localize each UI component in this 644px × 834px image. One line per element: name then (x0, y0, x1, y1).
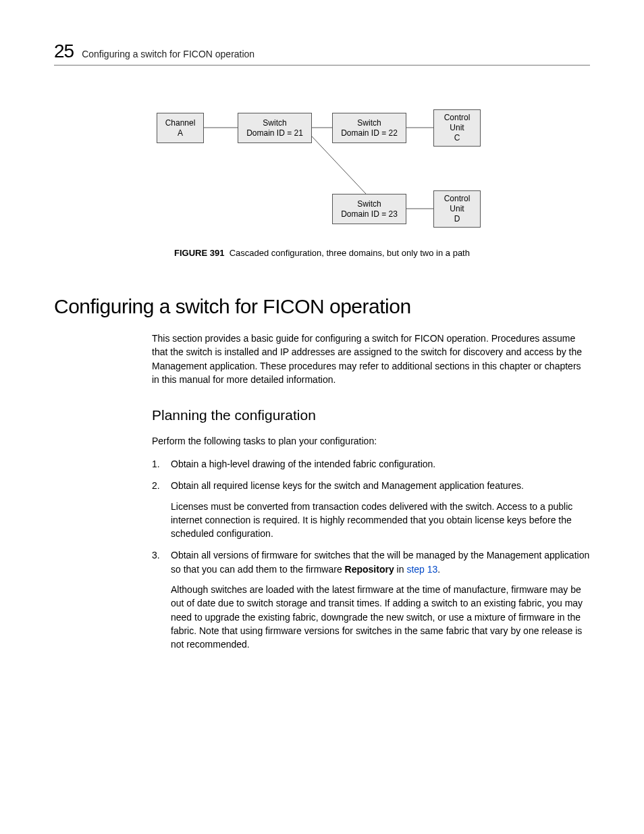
svg-line-3 (312, 136, 366, 194)
node-switch-22: Switch Domain ID = 22 (332, 113, 406, 143)
step-13-link[interactable]: step 13 (406, 564, 437, 575)
node-channel-a: Channel A (157, 113, 204, 143)
figure-caption: FIGURE 391 Cascaded configuration, three… (54, 248, 590, 258)
section-intro: This section provides a basic guide for … (152, 332, 590, 386)
step-2-detail: Licenses must be converted from transact… (171, 500, 590, 541)
node-switch-21: Switch Domain ID = 21 (238, 113, 312, 143)
step-2: Obtain all required license keys for the… (152, 479, 590, 540)
node-control-unit-d: Control Unit D (433, 190, 481, 228)
node-switch-23: Switch Domain ID = 23 (332, 194, 406, 224)
diagram: Channel A Switch Domain ID = 21 Switch D… (157, 106, 487, 241)
chapter-number: 25 (54, 41, 74, 62)
figure-label: FIGURE 391 (174, 248, 224, 258)
steps-list: Obtain a high-level drawing of the inten… (152, 457, 590, 652)
step-1: Obtain a high-level drawing of the inten… (152, 457, 590, 471)
figure-caption-text: Cascaded configuration, three domains, b… (230, 248, 470, 258)
section-heading: Configuring a switch for FICON operation (54, 295, 590, 318)
figure-391: Channel A Switch Domain ID = 21 Switch D… (54, 106, 590, 258)
header-title: Configuring a switch for FICON operation (82, 49, 254, 59)
node-control-unit-c: Control Unit C (433, 109, 481, 147)
step-3: Obtain all versions of firmware for swit… (152, 548, 590, 651)
step-3-detail: Although switches are loaded with the la… (171, 583, 590, 651)
page-header: 25 Configuring a switch for FICON operat… (54, 41, 590, 66)
subsection-lead: Perform the following tasks to plan your… (152, 434, 590, 448)
subsection-heading: Planning the configuration (152, 405, 590, 425)
